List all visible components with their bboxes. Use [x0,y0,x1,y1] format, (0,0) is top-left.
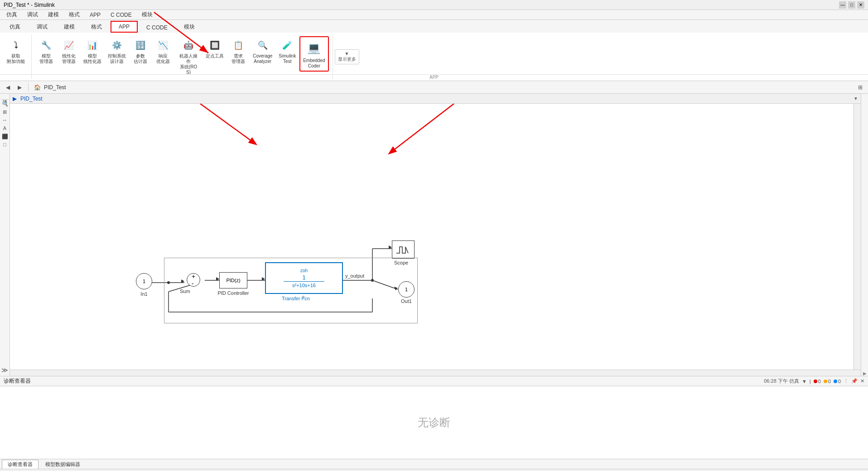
close-button[interactable]: ✕ [857,1,864,9]
model-icon: ▶ [13,96,17,102]
back-button[interactable]: ◀ [3,82,13,92]
home-button[interactable]: 🏠 [32,82,42,92]
bottom-panel: 诊断查看器 06:28 下午 仿真 ▼ | 0 0 0 ⋮ 📌 [0,376,868,469]
tab-debug[interactable]: 调试 [29,21,55,33]
scope-waveform [395,243,411,256]
close-panel-icon[interactable]: ✕ [860,378,864,384]
minimize-button[interactable]: — [839,1,846,9]
time-value: 06:28 下午 [764,378,788,384]
status-bar: Code Mappings - C 150% autoI(FixedStepDi… [0,469,868,471]
bottom-tabs: 诊断查看器 模型数据编辑器 [0,459,868,469]
no-diagnostic-text: 无诊断 [418,415,450,430]
info-count: 0 [834,379,841,384]
param-estimator-icon: 🔢 [133,38,148,53]
tab-simulate[interactable]: 仿真 [2,21,28,33]
req-manager-label: 需求管理器 [231,53,245,64]
tab-app[interactable]: APP [111,21,138,33]
expand-button[interactable]: ⊞ [855,82,865,92]
control-designer-label: 控制系统设计器 [108,53,126,64]
fixed-point-icon: 🔲 [207,38,222,53]
select-icon[interactable]: □ [1,140,9,149]
ros-label: 机器人操作系统(ROS) [178,53,199,75]
coverage-icon: 🔍 [256,38,270,53]
menu-item-build[interactable]: 建模 [43,10,63,19]
simulink-test-label: SimulinkTest [279,53,296,64]
ros-icon: 🤖 [181,38,196,53]
ribbon-btn-response-optimizer[interactable]: 📉 响应优化器 [152,36,174,66]
model-manager-icon: 🔧 [39,38,53,53]
ribbon-group-main: 🔧 模型管理器 📈 线性化管理器 📊 模型线性化器 ⚙️ 控制系统设计器 🔢 参… [32,34,333,79]
bottom-panel-controls: 06:28 下午 仿真 ▼ | 0 0 0 ⋮ 📌 ✕ [764,378,864,384]
tab-format[interactable]: 格式 [83,21,110,33]
block-scope[interactable] [392,240,415,259]
vertical-scrollbar[interactable] [854,104,861,376]
ribbon-btn-param-estimator[interactable]: 🔢 参数估计器 [130,36,151,66]
forward-button[interactable]: ▶ [14,82,24,92]
toolbar: ◀ ▶ 🏠 PID_Test ⊞ [0,81,868,94]
ribbon-btn-fixed-point[interactable]: 🔲 定点工具 [203,36,227,61]
tab-block[interactable]: 模块 [176,21,203,33]
ribbon-btn-req-manager[interactable]: 📋 需求管理器 [227,36,249,66]
ribbon-btn-coverage[interactable]: 🔍 CoverageAnalyzer [250,36,275,66]
separator-diag: | [810,379,811,384]
control-designer-icon: ⚙️ [110,38,124,53]
right-collapse[interactable]: ▶ [862,371,867,376]
maximize-button[interactable]: □ [848,1,855,9]
breadcrumb: PID_Test [44,84,66,91]
bottom-panel-header: 诊断查看器 06:28 下午 仿真 ▼ | 0 0 0 ⋮ 📌 [0,376,868,386]
model-canvas[interactable]: y_output 1 In1 +- Sum PID(z) PI [10,104,861,376]
ribbon-btn-model-manager[interactable]: 🔧 模型管理器 [35,36,57,66]
tab-build[interactable]: 建模 [56,21,82,33]
req-manager-icon: 📋 [231,38,246,53]
text-icon[interactable]: A [1,124,9,132]
bottom-tab-model-data[interactable]: 模型数据编辑器 [39,460,86,469]
dropdown-arrow[interactable]: ▼ [802,379,807,384]
titlebar: PID_Test * - Simulink — □ ✕ [0,0,868,10]
horizontal-scrollbar[interactable] [10,370,861,376]
warning-value: 0 [828,379,831,384]
titlebar-title: PID_Test * - Simulink [4,2,55,8]
menu-item-app[interactable]: APP [85,11,105,19]
menu-item-format[interactable]: 格式 [64,10,84,19]
more-icon: ▼ [345,51,349,56]
ribbon-btn-addons[interactable]: ⤵ 获取附加功能 [4,36,28,66]
ribbon-btn-simulink-test[interactable]: 🧪 SimulinkTest [276,36,299,66]
annotation-arrows-svg [10,104,861,376]
ribbon-btn-ros[interactable]: 🤖 机器人操作系统(ROS) [175,36,202,77]
info-dot [834,380,837,383]
ribbon-more-button[interactable]: ▼ 显示更多 [335,49,359,64]
ribbon-section-label: APP [0,74,868,81]
ribbon-btn-linearize-manager[interactable]: 📈 线性化管理器 [58,36,80,66]
linearize-manager-icon: 📈 [62,38,76,53]
menu-item-debug[interactable]: 调试 [23,10,43,19]
ribbon-btn-embedded-coder[interactable]: 💻 EmbeddedCoder [299,36,328,72]
menu-item-block[interactable]: 模块 [137,10,157,19]
fixed-point-label: 定点工具 [206,53,224,59]
svg-marker-18 [389,245,392,249]
collapse-icon[interactable]: ▼ [854,96,858,101]
sidebar-expand-icon[interactable]: ≫ [1,366,9,374]
bottom-tab-diagnostics[interactable]: 诊断查看器 [2,460,39,469]
addons-icon: ⤵ [9,38,23,53]
pan-icon[interactable]: ↔ [1,116,9,124]
model-linearizer-label: 模型线性化器 [83,53,101,64]
tab-ccode[interactable]: C CODE [139,22,175,33]
left-sidebar: 环境 🔍 ⊞ ↔ A ⬛ □ ≫ [0,94,10,376]
zoom-icon[interactable]: 🔍 [1,100,9,108]
error-count: 0 [814,379,821,384]
ribbon-main-items: 🔧 模型管理器 📈 线性化管理器 📊 模型线性化器 ⚙️ 控制系统设计器 🔢 参… [35,36,329,77]
ribbon-addons-items: ⤵ 获取附加功能 [4,36,28,66]
titlebar-controls[interactable]: — □ ✕ [839,1,864,9]
pin-icon[interactable]: 📌 [851,378,858,384]
more-options[interactable]: ⋮ [844,378,849,384]
main-content: ▶ PID_Test ▼ [10,94,861,376]
ribbon-btn-model-linearizer[interactable]: 📊 模型线性化器 [81,36,104,66]
block-icon[interactable]: ⬛ [1,132,9,140]
ribbon-btn-control-designer[interactable]: ⚙️ 控制系统设计器 [105,36,129,66]
warning-count: 0 [824,379,831,384]
block-in1[interactable]: 1 [136,273,152,289]
menu-item-ccode[interactable]: C CODE [106,11,136,19]
menu-item-simulate[interactable]: 仿真 [2,10,22,19]
env-tab[interactable]: 环境 [1,94,9,100]
fit-icon[interactable]: ⊞ [1,108,9,116]
